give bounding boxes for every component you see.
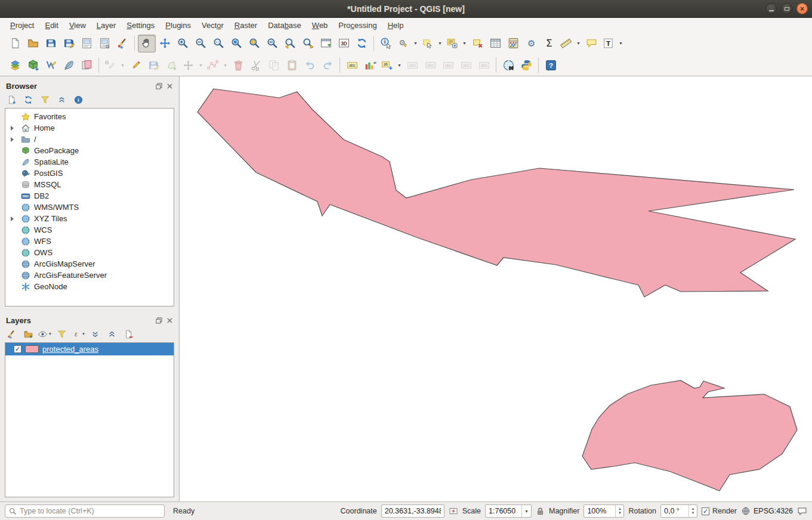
menu-plugins[interactable]: Plugins xyxy=(160,19,196,32)
pan-map-button[interactable] xyxy=(138,35,156,52)
metasearch-button[interactable] xyxy=(499,56,517,74)
open-attribute-table-button[interactable] xyxy=(486,35,504,52)
browser-item-root[interactable]: / xyxy=(5,134,174,145)
collapse-all-button[interactable] xyxy=(105,327,118,341)
zoom-full-button[interactable] xyxy=(227,35,245,52)
chevron-down-icon[interactable]: ▼ xyxy=(82,332,85,336)
menu-help[interactable]: Help xyxy=(382,19,409,32)
zoom-out-button[interactable] xyxy=(192,35,209,52)
chevron-down-icon[interactable]: ▼ xyxy=(462,41,467,45)
expand-arrow-icon[interactable] xyxy=(11,216,14,221)
chevron-down-icon[interactable]: ▼ xyxy=(619,41,623,45)
browser-item-wcs[interactable]: WCS xyxy=(5,224,174,236)
browser-item-wfs[interactable]: WFS xyxy=(5,236,174,247)
browser-item-mssql[interactable]: MSSQL xyxy=(5,179,174,190)
menu-project[interactable]: Project xyxy=(5,19,39,32)
menu-settings[interactable]: Settings xyxy=(121,19,160,32)
layer-labeling-options-button[interactable]: abc xyxy=(343,56,361,74)
highlight-pinned-labels-button[interactable]: ab▼ xyxy=(379,56,403,74)
enable-properties-widget-button[interactable]: i xyxy=(72,93,85,106)
zoom-next-button[interactable] xyxy=(299,35,317,52)
open-field-calculator-button[interactable] xyxy=(504,35,522,52)
map-canvas[interactable] xyxy=(180,76,812,502)
close-panel-icon[interactable] xyxy=(166,81,173,92)
filter-browser-button[interactable] xyxy=(38,93,51,106)
save-project-as-button[interactable] xyxy=(60,35,78,52)
locate-input[interactable] xyxy=(20,507,160,515)
browser-item-geonode[interactable]: GeoNode xyxy=(5,281,174,292)
rotation-input[interactable] xyxy=(661,505,688,517)
chevron-down-icon[interactable]: ▼ xyxy=(223,63,227,67)
rotation-spinner[interactable]: ▲▼ xyxy=(660,504,697,518)
toggle-editing-button[interactable] xyxy=(126,56,144,74)
zoom-to-selection-button[interactable] xyxy=(245,35,263,52)
zoom-to-native-resolution-button[interactable]: 1:1 xyxy=(209,35,227,52)
menu-web[interactable]: Web xyxy=(307,19,334,32)
open-layer-styling-button[interactable] xyxy=(5,327,18,341)
browser-item-favorites[interactable]: Favorites xyxy=(5,111,174,122)
new-spatialite-layer-button[interactable] xyxy=(60,56,78,74)
new-geopackage-layer-button[interactable] xyxy=(24,56,42,74)
close-panel-icon[interactable] xyxy=(166,315,173,326)
extent-toggle-icon[interactable] xyxy=(449,506,458,516)
minimize-button[interactable] xyxy=(765,3,777,14)
new-3d-map-view-button[interactable]: 3D xyxy=(335,35,353,52)
zoom-in-button[interactable] xyxy=(174,35,192,52)
chevron-down-icon[interactable]: ▼ xyxy=(199,63,203,67)
add-group-button[interactable] xyxy=(21,327,35,341)
messages-balloon-icon[interactable] xyxy=(797,506,807,516)
chevron-down-icon[interactable]: ▼ xyxy=(121,63,125,67)
measure-line-button[interactable]: ▼ xyxy=(558,35,582,52)
menu-database[interactable]: Database xyxy=(263,19,307,32)
style-manager-button[interactable] xyxy=(113,35,131,52)
chevron-down-icon[interactable]: ▼ xyxy=(576,41,581,45)
expand-all-button[interactable] xyxy=(88,327,101,341)
zoom-to-layer-button[interactable] xyxy=(263,35,281,52)
browser-item-xyz-tiles[interactable]: XYZ Tiles xyxy=(5,213,174,224)
browser-item-ows[interactable]: OWS xyxy=(5,247,174,258)
scale-input[interactable] xyxy=(486,505,521,517)
refresh-map-button[interactable] xyxy=(353,35,371,52)
float-panel-icon[interactable] xyxy=(156,81,162,92)
coordinate-input[interactable] xyxy=(382,505,444,517)
browser-item-postgis[interactable]: PostGIS xyxy=(5,168,174,179)
spinner-arrows-icon[interactable]: ▲▼ xyxy=(688,505,697,517)
options-button[interactable]: ⚙ xyxy=(522,35,540,52)
text-annotation-button[interactable]: T▼ xyxy=(600,35,625,52)
help-button[interactable]: ? xyxy=(542,56,560,74)
manage-map-themes-button[interactable]: ▼ xyxy=(38,327,51,341)
save-project-button[interactable] xyxy=(42,35,60,52)
identify-features-button[interactable]: i xyxy=(377,35,395,52)
browser-item-home[interactable]: Home xyxy=(5,122,174,134)
new-project-button[interactable] xyxy=(6,35,24,52)
new-map-view-button[interactable] xyxy=(317,35,335,52)
new-virtual-layer-button[interactable] xyxy=(78,56,95,74)
browser-item-db2[interactable]: DB2DB2 xyxy=(5,190,174,202)
browser-item-arcgisfeatureserver[interactable]: ArcGisFeatureServer xyxy=(5,270,174,281)
menu-edit[interactable]: Edit xyxy=(39,19,63,32)
expand-arrow-icon[interactable] xyxy=(11,137,14,142)
layer-item-protected-areas[interactable]: ✓protected_areas xyxy=(5,343,174,355)
crs-status[interactable]: EPSG:4326 xyxy=(741,506,793,516)
maximize-button[interactable] xyxy=(781,3,792,14)
deselect-features-button[interactable] xyxy=(468,35,486,52)
menu-vector[interactable]: Vector xyxy=(196,19,229,32)
zoom-last-button[interactable] xyxy=(281,35,299,52)
menu-view[interactable]: View xyxy=(64,19,91,32)
chevron-down-icon[interactable]: ▼ xyxy=(48,332,52,336)
map-tips-button[interactable] xyxy=(582,35,600,52)
layer-visibility-checkbox[interactable]: ✓ xyxy=(14,345,21,353)
browser-item-wms-wmts[interactable]: WMS/WMTS xyxy=(5,202,174,213)
open-data-source-manager-button[interactable] xyxy=(6,56,24,74)
browser-item-spatialite[interactable]: SpatiaLite xyxy=(5,156,174,168)
render-checkbox[interactable]: ✓ xyxy=(702,507,709,515)
run-feature-action-button[interactable]: ⚙▼ xyxy=(395,35,419,52)
locate-box[interactable] xyxy=(5,504,165,518)
filter-legend-by-expression-button[interactable]: ε▼ xyxy=(72,327,85,341)
menu-layer[interactable]: Layer xyxy=(91,19,122,32)
coordinate-field[interactable] xyxy=(381,504,444,518)
expand-arrow-icon[interactable] xyxy=(11,126,14,131)
chevron-down-icon[interactable]: ▼ xyxy=(397,63,402,67)
chevron-down-icon[interactable]: ▼ xyxy=(438,41,442,45)
show-layout-manager-button[interactable]: ⚙ xyxy=(95,35,113,52)
